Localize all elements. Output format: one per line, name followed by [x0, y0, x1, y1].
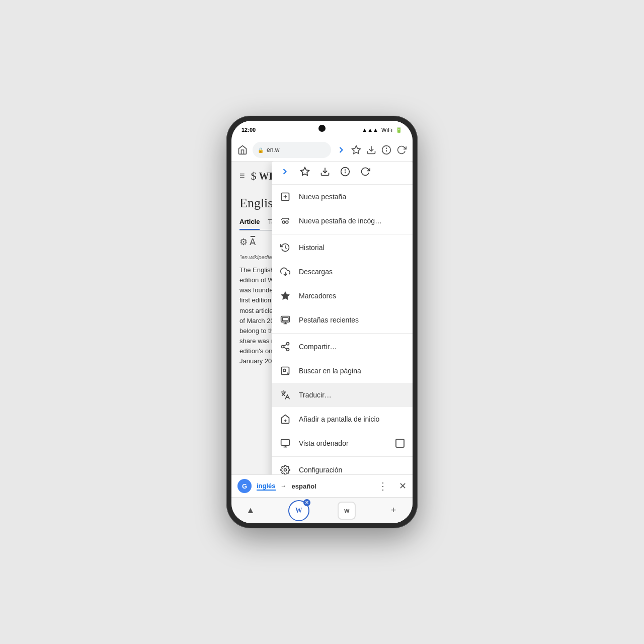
add-home-icon — [280, 414, 291, 425]
svg-line-26 — [284, 344, 287, 346]
svg-rect-19 — [282, 317, 288, 321]
new-tab-icon — [280, 191, 291, 202]
status-icons: ▲▲▲ WiFi 🔋 — [362, 127, 403, 133]
translate-to-lang[interactable]: español — [292, 482, 316, 490]
bookmark-button[interactable] — [349, 143, 363, 157]
browser-action-icons — [334, 143, 409, 157]
w-letter: w — [344, 507, 349, 514]
traducir-label: Traducir… — [299, 391, 405, 399]
incognito-icon — [280, 215, 291, 226]
menu-item-nueva-pestana[interactable]: Nueva pestaña — [272, 185, 413, 209]
menu-item-incognito[interactable]: Nueva pestaña de incóg… — [272, 209, 413, 233]
address-text: en.w — [267, 146, 279, 153]
svg-point-22 — [287, 343, 289, 345]
configuracion-label: Configuración — [299, 466, 405, 474]
svg-line-25 — [284, 347, 287, 349]
translate-close-icon[interactable]: ✕ — [399, 480, 407, 492]
translate-more-icon[interactable]: ⋮ — [378, 480, 388, 492]
svg-point-23 — [282, 346, 284, 348]
compartir-label: Compartir… — [299, 343, 405, 351]
svg-rect-32 — [281, 440, 290, 446]
dropdown-bookmark-icon[interactable] — [300, 167, 310, 179]
svg-point-14 — [286, 221, 288, 223]
dropdown-refresh-icon[interactable] — [360, 167, 370, 179]
status-time: 12:00 — [242, 127, 256, 133]
anadir-inicio-label: Añadir a pantalla de inicio — [299, 415, 405, 423]
menu-item-pestanas-recientes[interactable]: Pestañas recientes — [272, 308, 413, 332]
menu-item-marcadores[interactable]: Marcadores — [272, 284, 413, 308]
menu-item-traducir[interactable]: Traducir… — [272, 383, 413, 407]
svg-point-35 — [284, 469, 287, 471]
back-button[interactable]: ▲ — [242, 502, 260, 520]
svg-marker-5 — [301, 168, 309, 176]
dropdown-download-icon[interactable] — [320, 167, 330, 179]
desktop-icon — [280, 438, 291, 449]
menu-item-buscar[interactable]: Buscar en la página — [272, 359, 413, 383]
phone-frame: 12:00 ▲▲▲ WiFi 🔋 🔒 en.w — [226, 116, 418, 528]
dropdown-forward-icon[interactable] — [280, 167, 290, 179]
google-translate-icon: G — [237, 479, 252, 493]
menu-item-vista-ordenador[interactable]: Vista ordenador — [272, 431, 413, 455]
signal-icon: ▲▲▲ — [362, 127, 378, 133]
marcadores-label: Marcadores — [299, 292, 405, 300]
vista-ordenador-label: Vista ordenador — [299, 439, 387, 447]
wiki-close-badge: ✕ — [303, 499, 310, 506]
forward-button[interactable] — [334, 143, 348, 157]
wifi-icon: WiFi — [381, 127, 392, 133]
settings-icon — [280, 464, 291, 474]
home-button[interactable] — [235, 143, 250, 157]
wiki-app-button[interactable]: W ✕ — [288, 500, 309, 521]
descargas-label: Descargas — [299, 268, 405, 276]
dropdown-menu: Nueva pestaña Nueva pestaña de incóg… — [272, 162, 413, 474]
svg-marker-0 — [352, 146, 361, 154]
incognito-label: Nueva pestaña de incóg… — [299, 217, 405, 225]
camera-notch — [318, 125, 326, 132]
compartir-icon — [280, 341, 291, 352]
battery-icon: 🔋 — [395, 127, 403, 133]
pestanas-recientes-label: Pestañas recientes — [299, 316, 405, 324]
translate-from-lang[interactable]: inglés — [257, 482, 276, 491]
nueva-pestana-label: Nueva pestaña — [299, 193, 405, 201]
phone-screen: 12:00 ▲▲▲ WiFi 🔋 🔒 en.w — [231, 121, 413, 523]
history-icon — [280, 242, 291, 253]
divider-2 — [272, 333, 413, 334]
buscar-icon — [280, 365, 291, 376]
download-button[interactable] — [364, 143, 378, 157]
translate-bar: G inglés → español ⋮ ✕ — [231, 474, 413, 497]
traducir-icon — [280, 389, 291, 400]
svg-point-24 — [287, 348, 289, 351]
menu-item-configuracion[interactable]: Configuración — [272, 458, 413, 474]
divider-1 — [272, 234, 413, 234]
dropdown-toolbar — [272, 162, 413, 185]
lock-icon: 🔒 — [258, 147, 264, 153]
menu-item-compartir[interactable]: Compartir… — [272, 335, 413, 359]
address-bar[interactable]: 🔒 en.w — [253, 142, 331, 158]
menu-item-historial[interactable]: Historial — [272, 235, 413, 260]
refresh-button[interactable] — [394, 143, 409, 157]
menu-item-descargas[interactable]: Descargas — [272, 260, 413, 284]
dropdown-toolbar-icons — [280, 167, 370, 179]
bottom-navigation-bar: ▲ W ✕ w + — [231, 497, 413, 523]
menu-item-anadir-inicio[interactable]: Añadir a pantalla de inicio — [272, 407, 413, 431]
svg-point-28 — [283, 369, 286, 372]
divider-3 — [272, 456, 413, 457]
browser-toolbar: 🔒 en.w — [231, 139, 413, 162]
dropdown-info-icon[interactable] — [340, 167, 350, 179]
content-area: ≡ $ WIKIPEDIA English Article Talk ⚙ A̅ … — [231, 162, 413, 474]
svg-marker-17 — [281, 292, 290, 300]
descargas-icon — [280, 266, 291, 277]
svg-point-13 — [282, 221, 285, 223]
info-button[interactable] — [379, 143, 393, 157]
w-app-button[interactable]: w — [338, 502, 356, 520]
recent-tabs-icon — [280, 314, 291, 326]
add-tab-button[interactable]: + — [384, 502, 403, 520]
wiki-w-letter: W — [295, 507, 302, 515]
translate-arrow-icon: → — [281, 482, 287, 490]
historial-label: Historial — [299, 244, 405, 252]
marcadores-icon — [280, 290, 291, 301]
buscar-label: Buscar en la página — [299, 367, 405, 375]
vista-ordenador-checkbox[interactable] — [395, 439, 405, 448]
